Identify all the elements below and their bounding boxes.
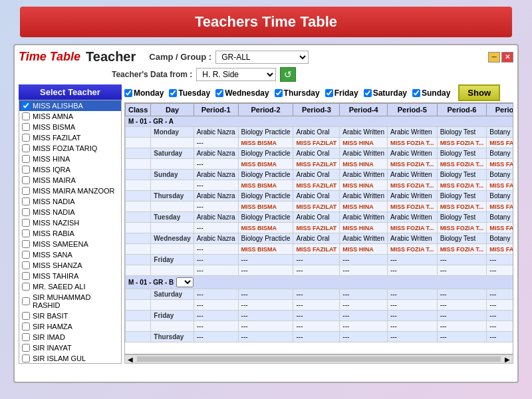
day-checkbox[interactable]	[215, 89, 223, 97]
table-cell: Biology Practicle	[238, 170, 293, 180]
camp-select[interactable]: GR-ALL	[215, 51, 309, 64]
teacher-item[interactable]: MISS ALISHBA	[19, 100, 121, 111]
day-checkbox-item[interactable]: Tuesday	[169, 88, 210, 98]
teacher-checkbox[interactable]	[22, 112, 30, 120]
table-cell: ---	[238, 300, 293, 311]
teacher-item[interactable]: MISS IQRA	[19, 164, 121, 175]
teacher-item[interactable]: MISS NADIA	[19, 207, 121, 217]
day-checkbox[interactable]	[364, 89, 372, 97]
table-header-cell: Class	[126, 104, 151, 116]
table-cell: ---	[437, 311, 487, 321]
teacher-checkbox[interactable]	[22, 261, 30, 269]
table-cell	[151, 244, 194, 255]
teacher-checkbox[interactable]	[22, 312, 30, 320]
teacher-item[interactable]: MISS MAIRA	[19, 175, 121, 186]
table-cell: MISS HINA	[340, 180, 388, 191]
table-cell: MISS FOZIA T...	[387, 180, 437, 191]
teacher-item[interactable]: SIR MUHAMMAD RASHID	[19, 292, 121, 311]
scroll-left-arrow[interactable]: ◀	[125, 356, 136, 363]
table-cell: Biology Practicle	[238, 148, 293, 159]
teacher-item[interactable]: MISS BISMA	[19, 122, 121, 132]
day-checkbox-item[interactable]: Thursday	[275, 88, 320, 98]
table-cell: Biology Test	[437, 212, 487, 223]
teacher-item[interactable]: MISS RABIA	[19, 228, 121, 239]
horizontal-scrollbar[interactable]: ◀ ▶	[124, 354, 513, 364]
day-checkbox[interactable]	[275, 89, 283, 97]
teacher-item[interactable]: MISS FAZILAT	[19, 132, 121, 143]
teacher-checkbox[interactable]	[22, 187, 30, 195]
teacher-item[interactable]: MISS HINA	[19, 154, 121, 164]
close-button[interactable]: ✕	[501, 52, 513, 63]
class-select[interactable]	[176, 277, 194, 287]
teacher-checkbox[interactable]	[22, 251, 30, 259]
teacher-item[interactable]: MISS AMNA	[19, 111, 121, 122]
teacher-item[interactable]: SIR IMAD	[19, 332, 121, 342]
teacher-checkbox[interactable]	[22, 240, 30, 248]
teacher-checkbox[interactable]	[22, 323, 30, 331]
teacher-item[interactable]: SIR ISLAM GUL	[19, 353, 121, 364]
teacher-item[interactable]: SIR HAMZA	[19, 321, 121, 332]
day-checkbox-item[interactable]: Saturday	[364, 88, 407, 98]
teacher-item[interactable]: SIR INAYAT	[19, 342, 121, 353]
teacher-checkbox[interactable]	[22, 333, 30, 341]
table-row: MondayArabic NazraBiology PracticleArabi…	[126, 127, 514, 138]
show-button[interactable]: Show	[458, 84, 500, 101]
teacher-checkbox[interactable]	[22, 272, 30, 280]
teacher-checkbox[interactable]	[22, 219, 30, 227]
teacher-checkbox[interactable]	[22, 283, 30, 291]
teacher-checkbox[interactable]	[22, 208, 30, 216]
teacher-item[interactable]: SIR BASIT	[19, 311, 121, 321]
table-cell: MISS BISMA	[238, 180, 293, 191]
teacher-checkbox[interactable]	[22, 198, 30, 205]
teacher-item[interactable]: MISS SHANZA	[19, 260, 121, 271]
day-checkbox[interactable]	[124, 89, 132, 97]
class-col-cell	[126, 223, 151, 233]
day-checkbox-item[interactable]: Friday	[325, 88, 358, 98]
teacher-name: MISS TAHIRA	[33, 272, 78, 280]
teacher-checkbox[interactable]	[22, 102, 30, 110]
day-checkbox[interactable]	[325, 89, 333, 97]
day-checkbox-item[interactable]: Monday	[124, 88, 164, 98]
teacher-checkbox[interactable]	[22, 144, 30, 152]
teacher-data-select[interactable]: H. R. Side	[196, 68, 276, 81]
day-checkbox-item[interactable]: Sunday	[412, 88, 450, 98]
teacher-name: MISS HINA	[33, 155, 70, 163]
day-checkbox-item[interactable]: Wednesday	[215, 88, 269, 98]
teacher-item[interactable]: MISS MAIRA MANZOOR	[19, 186, 121, 196]
minimize-button[interactable]: ─	[488, 52, 500, 63]
teacher-checkbox[interactable]	[22, 166, 30, 174]
table-cell: MISS FOZIA T...	[437, 223, 487, 233]
teacher-item[interactable]: MISS SANA	[19, 249, 121, 260]
teacher-item[interactable]: MISS NAZISH	[19, 217, 121, 228]
day-checkbox[interactable]	[412, 89, 420, 97]
teacher-checkbox[interactable]	[22, 297, 30, 305]
table-row: WednesdayArabic NazraBiology PracticleAr…	[126, 233, 514, 244]
table-cell	[151, 159, 194, 170]
table-cell: MISS FOZIA T...	[387, 244, 437, 255]
scroll-right-arrow[interactable]: ▶	[502, 356, 513, 363]
class-cell: M - 01 - GR - B	[126, 276, 514, 289]
teacher-checkbox[interactable]	[22, 134, 30, 142]
table-cell: ---	[487, 265, 513, 276]
teacher-checkbox[interactable]	[22, 123, 30, 131]
teacher-item[interactable]: MISS SAMEENA	[19, 239, 121, 249]
teacher-checkbox[interactable]	[22, 344, 30, 352]
teacher-item[interactable]: MISS NADIA	[19, 196, 121, 207]
timetable-wrapper[interactable]: ClassDayPeriod-1Period-2Period-3Period-4…	[124, 102, 513, 354]
teacher-checkbox[interactable]	[22, 176, 30, 184]
teacher-checkbox[interactable]	[22, 354, 30, 362]
day-label: Thursday	[284, 88, 320, 98]
table-row: Friday---------------------	[126, 311, 514, 321]
teacher-item[interactable]: MISS FOZIA TARIQ	[19, 143, 121, 154]
teacher-checkbox[interactable]	[22, 229, 30, 237]
table-cell: Botany	[487, 191, 513, 201]
table-cell: Arabic Oral	[293, 148, 340, 159]
table-cell: ---	[293, 321, 340, 332]
table-cell: MISS FAZILAT	[487, 223, 513, 233]
table-cell: ---	[238, 255, 293, 265]
refresh-button[interactable]: ↺	[280, 67, 296, 82]
teacher-checkbox[interactable]	[22, 155, 30, 163]
teacher-item[interactable]: MISS TAHIRA	[19, 271, 121, 281]
teacher-item[interactable]: MR. SAEED ALI	[19, 281, 121, 292]
day-checkbox[interactable]	[169, 89, 177, 97]
